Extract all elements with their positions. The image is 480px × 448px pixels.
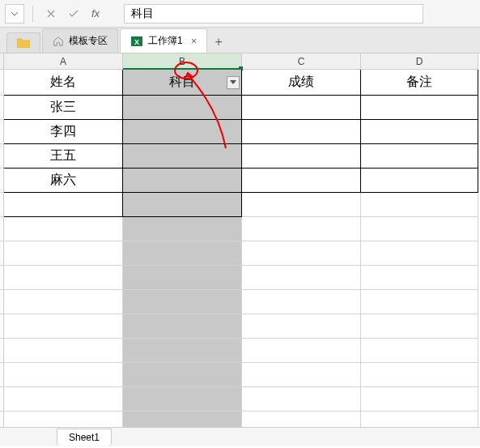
cell[interactable]: 李四: [4, 120, 123, 144]
cell[interactable]: [242, 363, 361, 387]
cell[interactable]: [361, 363, 478, 387]
folder-tab[interactable]: [6, 32, 40, 53]
col-header-d[interactable]: D: [361, 53, 478, 70]
cell[interactable]: [4, 339, 123, 363]
table-row: [0, 241, 480, 266]
cell[interactable]: 麻六: [4, 169, 123, 193]
cell[interactable]: [361, 96, 478, 120]
table-row: 张三: [0, 96, 480, 120]
cancel-icon[interactable]: [41, 4, 61, 23]
table-row: 麻六: [0, 169, 480, 193]
sheet-tabs-bar: Sheet1: [0, 427, 480, 446]
cell[interactable]: [242, 241, 361, 266]
cell-header-remark[interactable]: 备注: [361, 70, 478, 96]
table-row: [0, 193, 480, 217]
cell[interactable]: 张三: [4, 96, 123, 120]
cell[interactable]: [123, 193, 242, 217]
cell[interactable]: [242, 169, 361, 193]
cell[interactable]: [123, 363, 242, 387]
cell[interactable]: [123, 120, 242, 144]
cell-header-score[interactable]: 成绩: [242, 70, 361, 96]
cell[interactable]: [361, 120, 478, 144]
cell[interactable]: [123, 144, 242, 169]
cell[interactable]: [123, 169, 242, 193]
cell[interactable]: [361, 387, 478, 412]
add-tab-button[interactable]: +: [209, 32, 228, 53]
cell[interactable]: [4, 217, 123, 241]
accept-icon[interactable]: [64, 4, 83, 23]
table-row: [0, 314, 480, 339]
cell[interactable]: [361, 266, 478, 290]
cell[interactable]: [4, 387, 123, 412]
home-icon: [53, 36, 64, 47]
workbook-tab-label: 工作簿1: [148, 34, 183, 48]
cell[interactable]: [361, 339, 478, 363]
template-tab-label: 模板专区: [69, 34, 108, 48]
cell-header-subject-text: 科目: [169, 74, 195, 91]
cell[interactable]: [361, 241, 478, 266]
formula-bar-row: fx: [0, 0, 480, 28]
table-row: 姓名 科目 成绩 备注: [0, 70, 480, 96]
cell[interactable]: [242, 96, 361, 120]
cell[interactable]: [242, 217, 361, 241]
cell[interactable]: [242, 314, 361, 339]
col-header-b[interactable]: B: [123, 53, 242, 70]
filter-dropdown-icon[interactable]: [227, 76, 240, 89]
cell[interactable]: [242, 387, 361, 412]
cell[interactable]: [4, 290, 123, 314]
cell[interactable]: [242, 290, 361, 314]
folder-icon: [17, 38, 30, 48]
file-tabs-row: 模板专区 X 工作簿1 × +: [0, 28, 480, 53]
column-headers: A B C D: [0, 53, 480, 70]
cell-header-name[interactable]: 姓名: [4, 70, 123, 96]
cell[interactable]: [123, 266, 242, 290]
workbook-tab[interactable]: X 工作簿1 ×: [120, 28, 207, 53]
spreadsheet-grid: A B C D 姓名 科目 成绩 备注 张三 李四: [0, 53, 480, 436]
cell[interactable]: [361, 314, 478, 339]
cell[interactable]: [123, 217, 242, 241]
cell[interactable]: [361, 193, 478, 217]
cell[interactable]: 王五: [4, 144, 123, 169]
close-icon[interactable]: ×: [191, 35, 198, 47]
cell-header-subject[interactable]: 科目: [123, 70, 242, 96]
svg-text:X: X: [134, 38, 139, 46]
cell[interactable]: [361, 169, 478, 193]
cell[interactable]: [242, 339, 361, 363]
cell[interactable]: [123, 314, 242, 339]
cell[interactable]: [123, 290, 242, 314]
table-row: 王五: [0, 144, 480, 169]
cell[interactable]: [123, 387, 242, 412]
cell[interactable]: [242, 266, 361, 290]
table-row: [0, 266, 480, 290]
cell[interactable]: [4, 314, 123, 339]
cell[interactable]: [123, 339, 242, 363]
table-row: [0, 217, 480, 241]
cell[interactable]: [242, 144, 361, 169]
table-row: [0, 363, 480, 387]
cell[interactable]: [361, 144, 478, 169]
table-row: [0, 339, 480, 363]
col-header-c[interactable]: C: [242, 53, 361, 70]
table-row: [0, 290, 480, 314]
formula-input[interactable]: [124, 4, 423, 23]
cell[interactable]: [4, 266, 123, 290]
cell[interactable]: [242, 193, 361, 217]
fx-icon[interactable]: fx: [91, 7, 100, 19]
cell[interactable]: [361, 290, 478, 314]
cell[interactable]: [4, 193, 123, 217]
divider: [32, 6, 33, 22]
cell[interactable]: [123, 96, 242, 120]
cell[interactable]: [4, 241, 123, 266]
cell[interactable]: [123, 241, 242, 266]
cell[interactable]: [242, 120, 361, 144]
excel-icon: X: [130, 35, 143, 48]
name-box-dropdown[interactable]: [5, 4, 24, 23]
sheet-tab[interactable]: Sheet1: [57, 429, 112, 446]
table-row: 李四: [0, 120, 480, 144]
col-header-a[interactable]: A: [4, 53, 123, 70]
table-row: [0, 387, 480, 412]
template-tab[interactable]: 模板专区: [42, 28, 118, 53]
cell[interactable]: [4, 363, 123, 387]
cell[interactable]: [361, 217, 478, 241]
